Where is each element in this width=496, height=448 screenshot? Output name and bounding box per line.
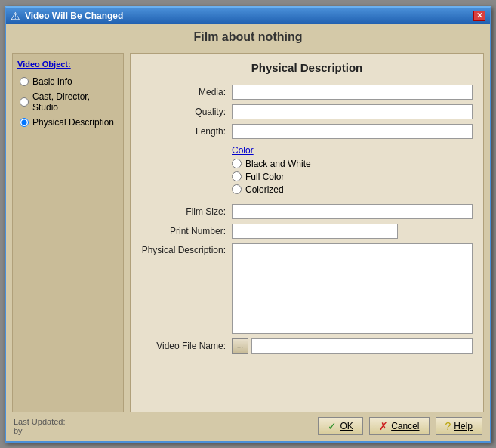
close-button[interactable]: ✕ [473,11,485,21]
cancel-button[interactable]: ✗ Cancel [369,417,429,435]
color-option-colorized[interactable]: Colorized [232,184,473,195]
sidebar-item-basic-info[interactable]: Basic Info [17,75,119,88]
length-input[interactable] [232,124,473,139]
media-input[interactable] [232,85,473,100]
physical-desc-label: Physical Description: [141,243,232,255]
media-label: Media: [141,87,232,97]
last-updated-area: Last Updated: by [14,417,66,435]
film-size-label: Film Size: [141,206,232,217]
help-button[interactable]: ? Help [436,417,482,435]
quality-input[interactable] [232,104,473,119]
length-row: Length: [141,124,473,139]
color-radio-colorized[interactable] [232,184,242,194]
ok-icon: ✓ [328,420,337,432]
button-group: ✓ OK ✗ Cancel ? Help [318,417,482,435]
window-main-title: Film about nothing [6,24,490,48]
video-file-row: Video File Name: ... [141,338,473,354]
main-window: ⚠ Video Will Be Changed ✕ Film about not… [5,6,491,443]
video-file-label: Video File Name: [141,341,232,351]
bottom-bar: Last Updated: by ✓ OK ✗ Cancel ? Help [6,412,490,441]
color-option-bw[interactable]: Black and White [232,159,473,169]
color-bw-label: Black and White [245,159,311,169]
media-row: Media: [141,85,473,100]
color-colorized-label: Colorized [245,184,284,195]
print-number-row: Print Number: [141,224,473,239]
color-radio-full[interactable] [232,171,242,181]
help-icon: ? [445,420,451,432]
sidebar-item-cast[interactable]: Cast, Director, Studio [17,90,119,114]
print-number-input[interactable] [232,224,398,239]
browse-button[interactable]: ... [232,338,248,354]
sidebar-item-cast-label: Cast, Director, Studio [32,91,116,113]
nav-radio-basic-info[interactable] [20,77,29,86]
physical-desc-row: Physical Description: [141,243,473,334]
sidebar-item-basic-info-label: Basic Info [32,76,72,87]
film-size-input[interactable] [232,204,473,219]
film-size-row: Film Size: [141,204,473,219]
sidebar-item-physical-label: Physical Description [32,117,114,128]
main-panel: Physical Description Media: Quality: Len… [130,53,484,412]
print-number-label: Print Number: [141,226,232,236]
nav-radio-cast[interactable] [20,97,29,107]
last-updated-label: Last Updated: [14,417,66,426]
physical-desc-textarea[interactable] [232,243,473,334]
cancel-icon: ✗ [379,420,388,432]
color-group-label: Color [232,145,473,156]
cancel-label: Cancel [391,421,419,431]
panel-title: Physical Description [141,61,473,74]
color-group: Color Black and White Full Color Coloriz… [141,145,473,195]
title-bar-text: Video Will Be Changed [25,11,473,21]
ok-label: OK [340,421,353,431]
nav-radio-physical[interactable] [20,118,29,127]
quality-label: Quality: [141,107,232,117]
length-label: Length: [141,126,232,137]
by-label: by [14,426,66,435]
color-option-full[interactable]: Full Color [232,171,473,182]
help-label: Help [454,421,473,431]
color-full-label: Full Color [245,171,284,182]
sidebar-group-label: Video Object: [17,60,119,69]
sidebar-item-physical-desc[interactable]: Physical Description [17,116,119,129]
quality-row: Quality: [141,104,473,119]
content-area: Video Object: Basic Info Cast, Director,… [6,48,490,412]
title-bar: ⚠ Video Will Be Changed ✕ [6,8,490,24]
video-file-input[interactable] [251,338,473,354]
ok-button[interactable]: ✓ OK [318,417,363,435]
color-radio-bw[interactable] [232,159,242,168]
sidebar: Video Object: Basic Info Cast, Director,… [12,53,124,412]
warning-icon: ⚠ [11,10,20,22]
